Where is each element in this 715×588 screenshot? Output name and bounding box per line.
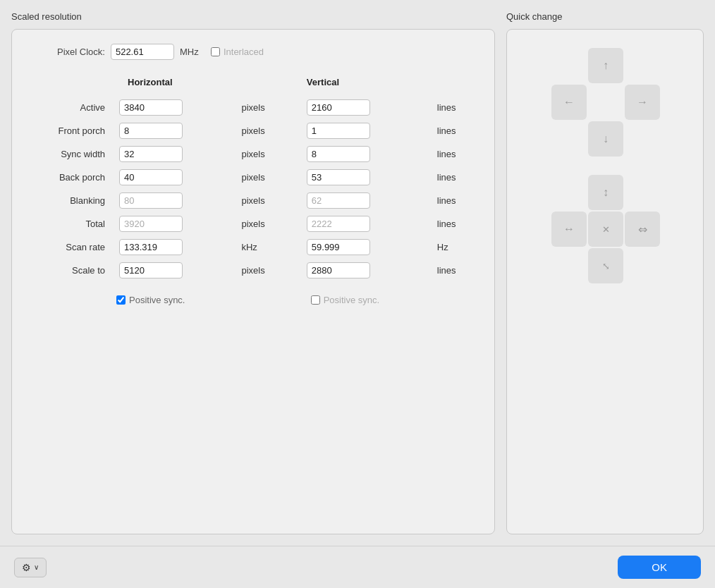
row-label-5: Total: [29, 212, 114, 235]
row-h-unit-3: pixels: [237, 166, 289, 189]
row-h-unit-6: kHz: [237, 235, 289, 259]
resize-right-button[interactable]: ⇔: [625, 212, 660, 247]
h-positive-sync-checkbox[interactable]: [116, 295, 126, 305]
row-label-0: Active: [29, 96, 114, 119]
row-h-input-cell-3: [114, 166, 237, 189]
right-panel-title: Quick change: [506, 11, 704, 22]
v-positive-sync-label[interactable]: Positive sync.: [311, 295, 464, 305]
left-panel-box: Pixel Clock: MHz Interlaced Horizontal V…: [11, 29, 495, 534]
resize-up-icon: ↕: [603, 186, 609, 199]
row-v-unit-5: lines: [433, 212, 477, 235]
row-h-unit-4: pixels: [237, 189, 289, 212]
table-row: Front porch pixels lines: [29, 119, 477, 142]
chevron-icon: ∨: [34, 563, 39, 571]
row-h-input-cell-6: [114, 235, 237, 259]
interlaced-label: Interlaced: [224, 47, 264, 57]
arrow-pad-2: ↕ ↔ ✕ ⇔ ⤡: [550, 173, 660, 283]
row-label-1: Front porch: [29, 119, 114, 142]
row-h-input-cell-4: [114, 189, 237, 212]
row-h-unit-0: pixels: [237, 96, 289, 119]
row-h-input-cell-7: [114, 259, 237, 282]
arrow-right-icon: →: [637, 96, 648, 109]
v-input-1[interactable]: [307, 123, 370, 139]
v-positive-sync-checkbox[interactable]: [311, 295, 320, 305]
row-v-unit-7: lines: [433, 259, 477, 282]
row-h-unit-2: pixels: [237, 142, 289, 166]
col-empty: [29, 74, 114, 96]
arrow-left-button[interactable]: ←: [551, 85, 587, 120]
right-panel: Quick change ↑ ← → ↓: [506, 11, 704, 534]
row-v-input-cell-3: [290, 166, 433, 189]
row-label-7: Scale to: [29, 259, 114, 282]
h-input-4: [119, 192, 183, 209]
resize-left-button[interactable]: ↔: [551, 212, 587, 247]
row-v-input-cell-7: [290, 259, 433, 282]
arrow-right-button[interactable]: →: [625, 85, 660, 120]
arrow-up-icon: ↑: [603, 59, 609, 72]
row-v-input-cell-0: [290, 96, 433, 119]
v-input-3[interactable]: [307, 169, 370, 185]
h-input-3[interactable]: [119, 169, 183, 185]
v-input-7[interactable]: [307, 262, 370, 278]
resize-in-button[interactable]: ✕: [588, 212, 623, 247]
v-input-0[interactable]: [307, 99, 370, 116]
arrow-left-icon: ←: [563, 96, 575, 109]
v-input-5: [307, 216, 370, 232]
row-v-input-cell-5: [290, 212, 433, 235]
table-row: Scale to pixels lines: [29, 259, 477, 282]
h-input-7[interactable]: [119, 262, 183, 278]
row-v-input-cell-2: [290, 142, 433, 166]
gear-button[interactable]: ⚙ ∨: [14, 558, 47, 577]
h-input-6[interactable]: [119, 239, 183, 255]
row-v-unit-6: Hz: [433, 235, 477, 259]
arrow-pad-1: ↑ ← → ↓: [550, 47, 660, 157]
row-h-unit-7: pixels: [237, 259, 289, 282]
table-row: Total pixels lines: [29, 212, 477, 235]
params-table: Horizontal Vertical Active pixels lines …: [29, 74, 477, 282]
v-positive-sync-text: Positive sync.: [324, 295, 379, 305]
row-label-2: Sync width: [29, 142, 114, 166]
table-row: Blanking pixels lines: [29, 189, 477, 212]
table-row: Back porch pixels lines: [29, 166, 477, 189]
arrow-up-button[interactable]: ↑: [588, 48, 623, 83]
row-v-unit-2: lines: [433, 142, 477, 166]
interlaced-checkbox[interactable]: [211, 47, 220, 56]
table-row: Active pixels lines: [29, 96, 477, 119]
left-panel-title: Scaled resolution: [11, 11, 495, 22]
interlaced-checkbox-label[interactable]: Interlaced: [211, 47, 264, 57]
row-h-input-cell-0: [114, 96, 237, 119]
h-input-2[interactable]: [119, 146, 183, 162]
table-row: Sync width pixels lines: [29, 142, 477, 166]
resize-up-button[interactable]: ↕: [588, 175, 623, 210]
row-h-input-cell-5: [114, 212, 237, 235]
row-label-4: Blanking: [29, 189, 114, 212]
row-v-unit-1: lines: [433, 119, 477, 142]
pixel-clock-input[interactable]: [111, 44, 174, 60]
resize-left-icon: ↔: [563, 223, 575, 235]
arrow-down-icon: ↓: [603, 133, 609, 145]
left-panel: Scaled resolution Pixel Clock: MHz Inter…: [11, 11, 495, 534]
row-h-unit-1: pixels: [237, 119, 289, 142]
row-label-3: Back porch: [29, 166, 114, 189]
h-input-1[interactable]: [119, 123, 183, 139]
h-positive-sync-label[interactable]: Positive sync.: [116, 295, 256, 305]
pixel-clock-unit: MHz: [180, 47, 205, 57]
resize-right-icon: ⇔: [638, 223, 647, 236]
bottom-bar: ⚙ ∨ OK: [0, 546, 715, 588]
resize-down-button[interactable]: ⤡: [588, 248, 623, 283]
arrow-down-button[interactable]: ↓: [588, 121, 623, 157]
h-positive-sync-text: Positive sync.: [129, 295, 185, 305]
col-vertical: Vertical: [290, 74, 433, 96]
arrow-center-empty: [588, 85, 623, 120]
row-h-input-cell-1: [114, 119, 237, 142]
sync-table: Positive sync. Positive sync.: [29, 288, 477, 309]
col-h-unit: [237, 74, 289, 96]
h-input-5: [119, 216, 183, 232]
h-input-0[interactable]: [119, 99, 183, 116]
ok-button[interactable]: OK: [618, 556, 701, 579]
pixel-clock-label: Pixel Clock:: [57, 47, 105, 57]
row-v-unit-3: lines: [433, 166, 477, 189]
v-input-6[interactable]: [307, 239, 370, 255]
v-input-2[interactable]: [307, 146, 370, 162]
row-v-unit-0: lines: [433, 96, 477, 119]
